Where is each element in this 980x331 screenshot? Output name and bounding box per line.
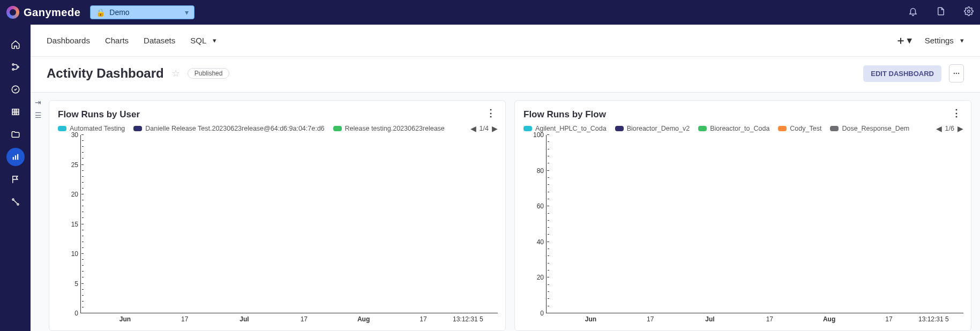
settings-gear-icon[interactable] xyxy=(964,6,974,18)
document-icon[interactable] xyxy=(936,6,946,18)
expand-icon[interactable]: ⇥ xyxy=(35,98,42,107)
pager-prev[interactable]: ◀ xyxy=(936,124,942,133)
legend-swatch xyxy=(58,126,66,131)
card-flow-runs-by-flow: Flow Runs by Flow ⋮ Agilent_HPLC_to_Coda… xyxy=(514,100,971,331)
y-tick-label: 15 xyxy=(71,221,78,228)
legend-pager: ◀1/6▶ xyxy=(936,124,963,133)
favorite-star-icon[interactable]: ☆ xyxy=(171,67,180,79)
legend-label: Cody_Test xyxy=(790,125,821,132)
legend-label: Dose_Response_Dem xyxy=(842,125,909,132)
x-tick-label: Jul xyxy=(240,315,249,323)
legend-swatch xyxy=(133,126,142,131)
brand[interactable]: Ganymede xyxy=(6,6,80,19)
tab-charts[interactable]: Charts xyxy=(105,36,129,45)
environment-name: Demo xyxy=(109,8,129,17)
caret-down-icon: ▾ xyxy=(960,36,964,44)
svg-point-3 xyxy=(17,66,19,68)
svg-point-11 xyxy=(954,73,955,74)
environment-selector[interactable]: 🔒 Demo ▾ xyxy=(90,5,194,19)
y-tick-label: 0 xyxy=(540,310,544,317)
legend-label: Danielle Release Test.20230623release@64… xyxy=(145,125,324,132)
x-tick-label: Jul xyxy=(705,315,714,323)
svg-rect-8 xyxy=(17,154,18,160)
legend-pager: ◀1/4▶ xyxy=(470,124,498,133)
card-menu-button[interactable]: ⋮ xyxy=(484,107,498,119)
pager-prev[interactable]: ◀ xyxy=(470,124,476,133)
x-tick-label: Jun xyxy=(119,315,131,323)
status-badge: Published xyxy=(188,68,230,79)
pager-text: 1/6 xyxy=(945,125,954,132)
legend: Agilent_HPLC_to_CodaBioreactor_Demo_v2Bi… xyxy=(523,124,963,133)
chart: 051015202530 Jun17Jul17Aug1713:12:31 5 xyxy=(57,135,498,326)
x-tick-label: 13:12:31 5 xyxy=(918,315,949,323)
legend-item[interactable]: Danielle Release Test.20230623release@64… xyxy=(133,125,324,132)
card-title: Flow Runs by User xyxy=(58,109,140,120)
nav-flags[interactable] xyxy=(6,170,25,189)
caret-down-icon: ▾ xyxy=(907,35,912,46)
notifications-icon[interactable] xyxy=(908,6,918,18)
nav-flows[interactable] xyxy=(6,58,25,76)
y-tick-label: 5 xyxy=(74,280,78,288)
svg-point-13 xyxy=(958,73,959,74)
add-menu[interactable]: ＋▾ xyxy=(895,33,912,48)
brand-logo-icon xyxy=(6,6,19,19)
nav-analytics[interactable] xyxy=(6,148,25,166)
legend-item[interactable]: Dose_Response_Dem xyxy=(830,125,909,132)
x-tick-label: Aug xyxy=(823,315,835,323)
legend-label: Agilent_HPLC_to_Coda xyxy=(535,125,607,132)
legend-swatch xyxy=(523,126,532,131)
legend-label: Bioreactor_to_Coda xyxy=(710,125,769,132)
legend-swatch xyxy=(615,126,624,131)
x-tick-label: 17 xyxy=(301,315,308,323)
tab-sql[interactable]: SQL ▾ xyxy=(190,36,216,45)
x-tick-label: 13:12:31 5 xyxy=(453,315,483,323)
nav-files[interactable] xyxy=(6,125,25,144)
page-header: Activity Dashboard ☆ Published EDIT DASH… xyxy=(31,57,980,93)
legend-item[interactable]: Release testing.20230623release xyxy=(333,125,445,132)
nav-connections[interactable] xyxy=(6,193,25,211)
caret-down-icon: ▾ xyxy=(213,36,216,44)
svg-rect-5 xyxy=(12,109,19,115)
x-tick-label: 17 xyxy=(766,315,773,323)
y-tick-label: 10 xyxy=(71,250,78,258)
subnav: Dashboards Charts Datasets SQL ▾ ＋▾ Sett… xyxy=(31,25,980,57)
svg-rect-6 xyxy=(12,157,13,160)
pager-next[interactable]: ▶ xyxy=(492,124,498,133)
svg-point-2 xyxy=(12,69,14,70)
legend-item[interactable]: Automated Testing xyxy=(58,125,125,132)
x-tick-label: Aug xyxy=(357,315,370,323)
svg-rect-7 xyxy=(14,155,16,160)
svg-point-1 xyxy=(12,64,14,65)
x-tick-label: Jun xyxy=(585,315,596,323)
svg-point-10 xyxy=(17,204,19,205)
legend: Automated TestingDanielle Release Test.2… xyxy=(58,124,498,133)
tab-dashboards[interactable]: Dashboards xyxy=(47,36,90,45)
card-flow-runs-by-user: Flow Runs by User ⋮ Automated TestingDan… xyxy=(49,100,506,331)
legend-item[interactable]: Cody_Test xyxy=(778,125,821,132)
card-menu-button[interactable]: ⋮ xyxy=(949,107,963,119)
svg-point-12 xyxy=(956,73,957,74)
pager-next[interactable]: ▶ xyxy=(957,124,963,133)
nav-runs[interactable] xyxy=(6,80,25,99)
x-tick-label: 17 xyxy=(181,315,188,323)
y-tick-label: 20 xyxy=(71,191,78,198)
sidebar xyxy=(0,25,31,331)
tab-datasets[interactable]: Datasets xyxy=(144,36,175,45)
pager-text: 1/4 xyxy=(480,125,489,132)
x-tick-label: 17 xyxy=(885,315,892,323)
dashboard-more-button[interactable] xyxy=(949,64,964,82)
content: Dashboards Charts Datasets SQL ▾ ＋▾ Sett… xyxy=(31,25,980,331)
legend-item[interactable]: Bioreactor_Demo_v2 xyxy=(615,125,690,132)
nav-home[interactable] xyxy=(6,35,25,54)
svg-point-0 xyxy=(968,10,970,13)
y-tick-label: 30 xyxy=(71,131,78,139)
topbar: Ganymede 🔒 Demo ▾ xyxy=(0,0,980,25)
legend-item[interactable]: Bioreactor_to_Coda xyxy=(698,125,769,132)
legend-swatch xyxy=(333,126,342,131)
settings-menu[interactable]: Settings ▾ xyxy=(925,36,964,45)
filter-icon[interactable]: ☰ xyxy=(35,111,42,119)
nav-tables[interactable] xyxy=(6,103,25,121)
edit-dashboard-button[interactable]: EDIT DASHBOARD xyxy=(863,65,941,82)
legend-swatch xyxy=(830,126,839,131)
card-title: Flow Runs by Flow xyxy=(523,109,606,120)
